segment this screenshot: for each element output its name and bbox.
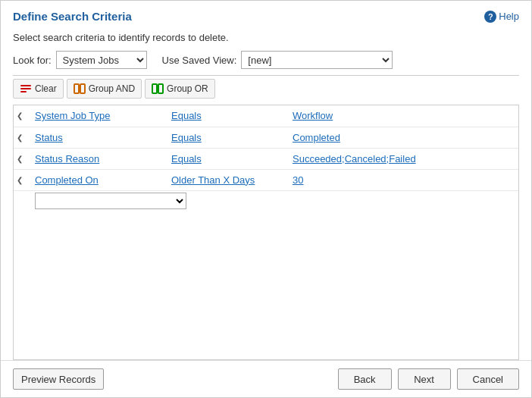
svg-rect-5	[152, 84, 157, 93]
operator-link-0[interactable]: Equals	[171, 110, 202, 121]
svg-rect-1	[20, 88, 31, 89]
criteria-table-container: ❮ System Job Type Equals Workflow ❮ Stat…	[13, 105, 519, 360]
svg-rect-2	[20, 91, 27, 92]
row-chevron-3[interactable]: ❮	[14, 169, 32, 190]
preview-records-button[interactable]: Preview Records	[13, 368, 104, 390]
back-button[interactable]: Back	[338, 368, 392, 390]
next-button[interactable]: Next	[398, 368, 451, 390]
field-link-2[interactable]: Status Reason	[35, 153, 99, 165]
value-cell-3: 30	[289, 169, 518, 190]
help-label: Help	[499, 11, 519, 22]
table-row: ❮ System Job Type Equals Workflow	[14, 105, 518, 127]
criteria-table: ❮ System Job Type Equals Workflow ❮ Stat…	[14, 105, 518, 212]
help-link[interactable]: ? Help	[484, 11, 519, 23]
add-field-cell	[32, 190, 518, 212]
row-chevron-0[interactable]: ❮	[14, 105, 32, 127]
operator-cell-2: Equals	[168, 148, 289, 169]
operator-cell-3: Older Than X Days	[168, 169, 289, 190]
operator-link-1[interactable]: Equals	[171, 132, 202, 143]
operator-cell-1: Equals	[168, 127, 289, 148]
table-row: ❮ Status Equals Completed	[14, 127, 518, 148]
group-and-label: Group AND	[89, 83, 135, 94]
field-link-1[interactable]: Status	[35, 132, 63, 143]
table-row: ❮ Completed On Older Than X Days 30	[14, 169, 518, 190]
clear-icon	[20, 83, 32, 95]
field-cell-0: System Job Type	[32, 105, 168, 127]
value-link-3[interactable]: 30	[293, 174, 303, 186]
saved-view-select[interactable]: [new]	[241, 51, 393, 69]
group-or-label: Group OR	[167, 83, 208, 94]
saved-view-label: Use Saved View:	[162, 55, 237, 66]
field-link-3[interactable]: Completed On	[35, 174, 99, 186]
cancel-button[interactable]: Cancel	[457, 368, 519, 390]
operator-link-3[interactable]: Older Than X Days	[171, 174, 255, 186]
value-link-1[interactable]: Completed	[293, 132, 340, 143]
page-title: Define Search Criteria	[13, 10, 132, 23]
row-chevron-2[interactable]: ❮	[14, 148, 32, 169]
field-cell-1: Status	[32, 127, 168, 148]
svg-rect-0	[20, 85, 31, 86]
group-or-button[interactable]: Group OR	[145, 79, 215, 99]
clear-label: Clear	[35, 83, 57, 94]
group-or-icon	[152, 83, 164, 95]
svg-rect-4	[80, 84, 85, 93]
value-link-2[interactable]: Succeeded;Canceled;Failed	[293, 153, 416, 165]
value-cell-0: Workflow	[289, 105, 518, 127]
field-cell-3: Completed On	[32, 169, 168, 190]
add-field-select[interactable]	[35, 193, 186, 209]
clear-button[interactable]: Clear	[13, 79, 64, 99]
operator-link-2[interactable]: Equals	[171, 153, 202, 165]
look-for-select[interactable]: System Jobs	[56, 51, 147, 69]
subtitle: Select search criteria to identify recor…	[1, 26, 531, 51]
help-icon: ?	[484, 11, 496, 23]
field-link-0[interactable]: System Job Type	[35, 110, 110, 121]
svg-rect-6	[158, 84, 163, 93]
look-for-label: Look for:	[13, 55, 52, 66]
operator-cell-0: Equals	[168, 105, 289, 127]
value-link-0[interactable]: Workflow	[293, 110, 333, 121]
table-row: ❮ Status Reason Equals Succeeded;Cancele…	[14, 148, 518, 169]
field-cell-2: Status Reason	[32, 148, 168, 169]
svg-rect-3	[74, 84, 79, 93]
value-cell-1: Completed	[289, 127, 518, 148]
group-and-button[interactable]: Group AND	[67, 79, 142, 99]
row-chevron-1[interactable]: ❮	[14, 127, 32, 148]
value-cell-2: Succeeded;Canceled;Failed	[289, 148, 518, 169]
add-criteria-row	[14, 190, 518, 212]
group-and-icon	[74, 83, 86, 95]
